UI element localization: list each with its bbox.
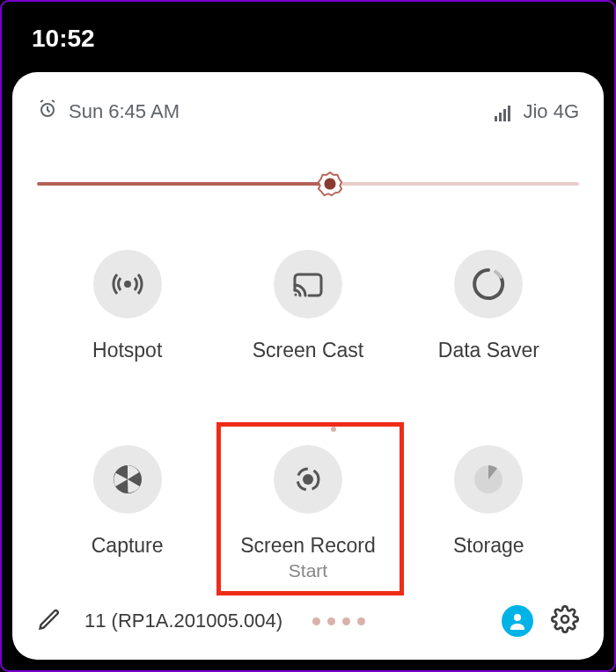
tile-hotspot[interactable]: Hotspot (44, 250, 211, 363)
tile-data-saver[interactable]: Data Saver (405, 250, 572, 363)
build-version: 11 (RP1A.201005.004) (84, 610, 282, 632)
tile-screen-record[interactable]: Screen Record Start (224, 445, 392, 581)
cast-icon (274, 250, 342, 318)
pager-dot-icon (331, 427, 336, 432)
tile-capture[interactable]: Capture (44, 445, 211, 559)
svg-point-4 (294, 294, 297, 296)
hotspot-icon (93, 250, 162, 318)
panel-footer: 11 (RP1A.201005.004) (37, 593, 579, 642)
svg-point-2 (324, 178, 335, 189)
status-bar-time: 10:52 (32, 25, 95, 53)
svg-point-3 (124, 281, 131, 288)
tiles-grid: Hotspot Screen Cast Data Saver (37, 250, 579, 593)
alarm-icon (37, 99, 58, 125)
svg-point-6 (303, 474, 313, 485)
storage-pie-icon (454, 445, 523, 514)
tile-label: Storage (453, 533, 524, 559)
edit-tiles-icon[interactable] (37, 607, 62, 635)
tile-label: Data Saver (438, 338, 539, 363)
data-saver-icon (454, 250, 523, 318)
tile-screen-cast[interactable]: Screen Cast (224, 250, 392, 363)
tile-label: Hotspot (92, 338, 162, 363)
tile-label: Capture (92, 533, 164, 559)
brightness-track (37, 182, 579, 186)
shutter-icon (93, 445, 162, 514)
svg-point-10 (561, 616, 568, 623)
tile-storage[interactable]: Storage (405, 445, 572, 559)
quick-settings-panel: Sun 6:45 AM Jio 4G (12, 72, 604, 660)
record-icon (274, 445, 342, 514)
tile-label: Screen Cast (253, 338, 364, 363)
page-indicator[interactable] (312, 617, 365, 625)
brightness-slider[interactable] (37, 171, 579, 197)
panel-header: Sun 6:45 AM Jio 4G (37, 99, 579, 125)
carrier-label: Jio 4G (523, 100, 579, 123)
brightness-thumb-icon[interactable] (317, 171, 343, 197)
tile-label: Screen Record (240, 533, 375, 559)
tile-sublabel: Start (289, 560, 327, 581)
signal-icon (495, 102, 514, 121)
user-avatar-icon[interactable] (502, 605, 533, 637)
alarm-time-label: Sun 6:45 AM (69, 100, 180, 123)
svg-point-9 (514, 614, 521, 621)
settings-gear-icon[interactable] (551, 605, 579, 637)
